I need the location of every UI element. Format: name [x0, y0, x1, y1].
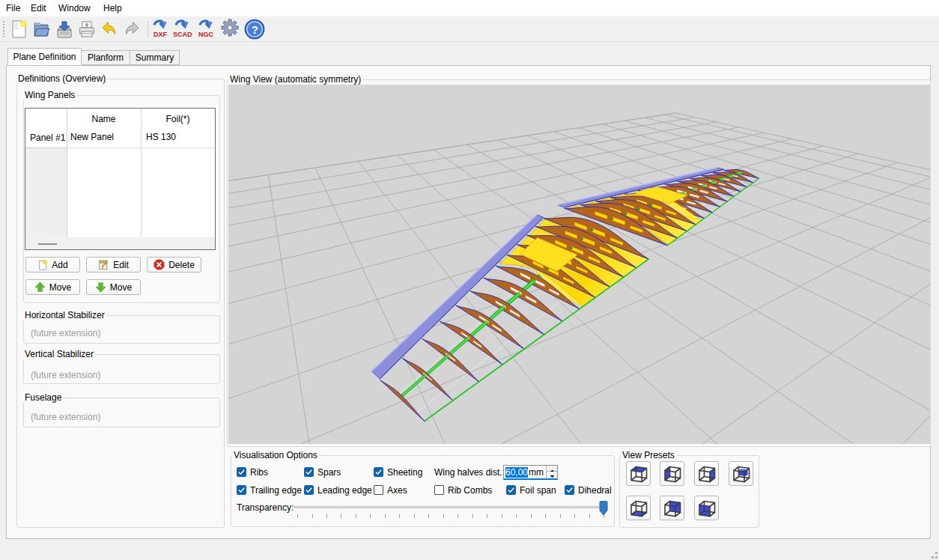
svg-text:NGC: NGC [198, 31, 214, 38]
svg-text:SCAD: SCAD [173, 31, 192, 38]
svg-text:DXF: DXF [154, 31, 168, 38]
svg-text:?: ? [252, 23, 258, 36]
